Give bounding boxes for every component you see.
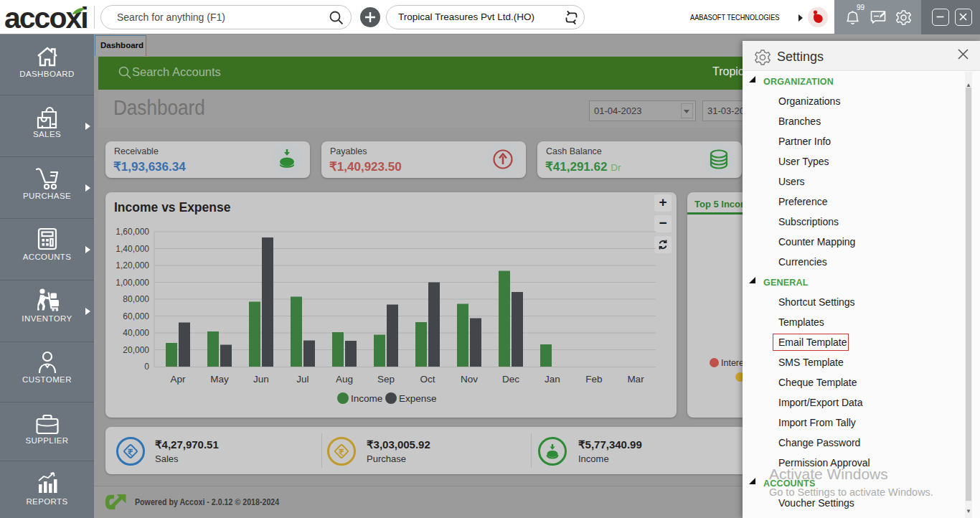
svg-text:Expense: Expense	[399, 393, 437, 404]
svg-text:40,000: 40,000	[123, 328, 149, 338]
svg-text:Feb: Feb	[585, 374, 602, 385]
svg-text:Nov: Nov	[461, 374, 478, 385]
svg-text:Jan: Jan	[545, 374, 560, 385]
svg-text:Jul: Jul	[296, 374, 308, 385]
svg-text:Apr: Apr	[170, 374, 186, 385]
svg-text:May: May	[210, 374, 229, 385]
svg-text:Dec: Dec	[502, 374, 519, 385]
svg-text:1,40,000: 1,40,000	[116, 244, 149, 254]
svg-text:1,60,000: 1,60,000	[116, 227, 149, 237]
svg-text:20,000: 20,000	[123, 345, 149, 355]
svg-text:Aug: Aug	[336, 374, 353, 385]
svg-text:Mar: Mar	[627, 374, 644, 385]
svg-text:0: 0	[144, 362, 149, 372]
svg-text:60,000: 60,000	[123, 311, 149, 321]
svg-text:1,20,000: 1,20,000	[116, 260, 149, 270]
svg-text:Sep: Sep	[377, 374, 395, 385]
svg-text:80,000: 80,000	[123, 294, 149, 304]
svg-text:Income: Income	[351, 393, 382, 404]
svg-text:Jun: Jun	[253, 374, 269, 385]
svg-text:Oct: Oct	[420, 374, 435, 385]
svg-text:1,00,000: 1,00,000	[116, 278, 149, 288]
